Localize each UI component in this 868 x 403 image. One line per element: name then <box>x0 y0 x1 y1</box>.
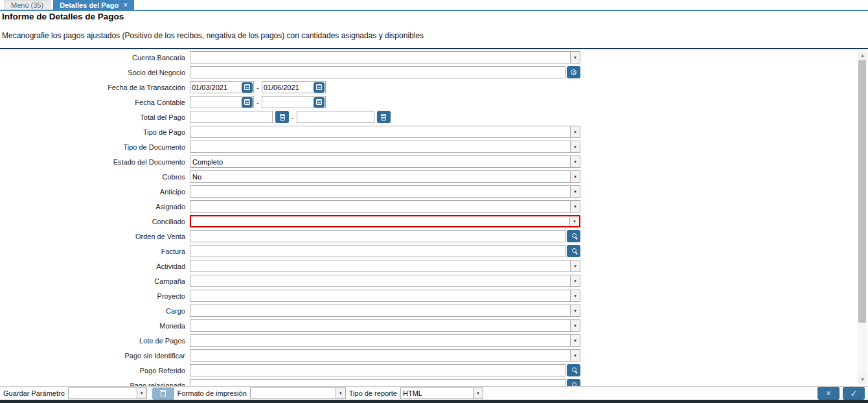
combobox-input[interactable] <box>190 260 570 271</box>
date-field[interactable] <box>190 96 254 108</box>
combobox-input[interactable] <box>190 320 570 331</box>
record-icon <box>571 69 577 75</box>
combobox[interactable]: ▼ <box>190 275 580 287</box>
search-button[interactable] <box>567 379 580 386</box>
delete-parameter-button[interactable] <box>152 387 174 400</box>
search-button[interactable] <box>567 245 580 257</box>
chevron-down-icon[interactable]: ▼ <box>570 335 580 346</box>
scrollbar-thumb[interactable] <box>858 60 866 323</box>
combobox[interactable]: ▼ <box>190 200 580 213</box>
date-field[interactable] <box>262 81 326 93</box>
record-lookup-button[interactable] <box>567 66 580 78</box>
chevron-down-icon[interactable]: ▼ <box>473 388 483 398</box>
report-type-input[interactable] <box>401 388 473 398</box>
field-controls: ▼ <box>190 155 580 168</box>
vertical-scrollbar[interactable]: ▲ ▼ <box>858 51 867 385</box>
lookup-input[interactable] <box>190 66 565 78</box>
date-field[interactable] <box>190 81 254 93</box>
print-format-input[interactable] <box>251 388 336 398</box>
chevron-down-icon[interactable]: ▼ <box>570 186 580 197</box>
save-parameter-input[interactable] <box>69 388 137 398</box>
scroll-up-icon[interactable]: ▲ <box>858 51 867 60</box>
amount-input[interactable] <box>190 111 273 123</box>
chevron-down-icon[interactable]: ▼ <box>570 320 580 331</box>
chevron-down-icon[interactable]: ▼ <box>336 388 345 398</box>
combobox-input[interactable] <box>190 171 570 182</box>
combobox[interactable]: ▼ <box>190 185 580 198</box>
chevron-down-icon[interactable]: ▼ <box>137 388 146 398</box>
combobox-input[interactable] <box>190 52 570 63</box>
chevron-down-icon[interactable]: ▼ <box>570 156 580 167</box>
combobox[interactable]: ▼ <box>190 260 580 272</box>
combobox[interactable]: ▼ <box>190 141 580 153</box>
date-input[interactable] <box>190 84 242 91</box>
calendar-button[interactable] <box>314 97 325 108</box>
scroll-down-icon[interactable]: ▼ <box>858 374 867 384</box>
combobox-input[interactable] <box>191 216 569 226</box>
lookup-input[interactable] <box>190 230 565 242</box>
save-parameter-combobox[interactable]: ▼ <box>68 387 147 399</box>
combobox[interactable]: ▼ <box>190 334 580 347</box>
combobox-input[interactable] <box>190 275 570 286</box>
date-input[interactable] <box>262 84 314 91</box>
chevron-down-icon[interactable]: ▼ <box>570 141 580 152</box>
calendar-button[interactable] <box>242 82 253 93</box>
calendar-button[interactable] <box>242 97 253 108</box>
combobox-input[interactable] <box>190 126 570 137</box>
calendar-button[interactable] <box>314 82 325 93</box>
lookup-input[interactable] <box>190 364 565 376</box>
field-controls: ▼ <box>190 349 580 362</box>
combobox[interactable]: ▼ <box>190 51 580 63</box>
tab-detalles-del-pago[interactable]: Detalles del Pago × <box>53 0 134 10</box>
form-row: Anticipo▼ <box>0 184 855 199</box>
date-field[interactable] <box>262 96 326 108</box>
field-controls: ▼ <box>190 319 580 332</box>
ok-button[interactable]: ✓ <box>843 387 865 400</box>
combobox[interactable]: ▼ <box>190 290 580 302</box>
chevron-down-icon[interactable]: ▼ <box>570 275 580 286</box>
chevron-down-icon[interactable]: ▼ <box>570 260 580 271</box>
amount-input[interactable] <box>297 111 374 123</box>
combobox[interactable]: ▼ <box>190 305 580 317</box>
chevron-down-icon[interactable]: ▼ <box>570 290 580 301</box>
combobox-input[interactable] <box>190 305 570 316</box>
field-label: Lote de Pagos <box>0 337 190 345</box>
close-icon[interactable]: × <box>123 2 128 8</box>
date-input[interactable] <box>190 98 242 106</box>
tab-bar: Menú (35) Detalles del Pago × <box>0 0 868 11</box>
chevron-down-icon[interactable]: ▼ <box>570 201 580 212</box>
chevron-down-icon[interactable]: ▼ <box>570 350 580 361</box>
chevron-down-icon[interactable]: ▼ <box>570 126 580 137</box>
combobox[interactable]: ▼ <box>190 155 580 168</box>
calculator-button[interactable] <box>377 111 391 123</box>
combobox[interactable]: ▼ <box>190 349 580 362</box>
form-row: Tipo de Pago▼ <box>0 124 855 139</box>
chevron-down-icon[interactable]: ▼ <box>570 305 580 316</box>
combobox-input[interactable] <box>190 141 570 152</box>
combobox-input[interactable] <box>190 290 570 301</box>
combobox[interactable]: ▼ <box>190 215 580 227</box>
cancel-button[interactable]: × <box>817 387 839 400</box>
combobox-input[interactable] <box>190 350 570 361</box>
chevron-down-icon[interactable]: ▼ <box>570 171 580 182</box>
search-button[interactable] <box>567 364 580 376</box>
calculator-button[interactable] <box>275 111 289 123</box>
chevron-down-icon[interactable]: ▼ <box>569 216 579 226</box>
combobox-input[interactable] <box>190 335 570 346</box>
combobox[interactable]: ▼ <box>190 319 580 332</box>
lookup-input[interactable] <box>190 245 565 257</box>
combobox[interactable]: ▼ <box>190 170 580 183</box>
print-format-combobox[interactable]: ▼ <box>250 387 346 399</box>
field-controls: ▼ <box>190 290 580 302</box>
search-button[interactable] <box>567 230 580 242</box>
form-row: Actividad▼ <box>0 259 855 273</box>
report-type-combobox[interactable]: ▼ <box>400 387 483 399</box>
lookup-input[interactable] <box>190 379 565 386</box>
combobox-input[interactable] <box>190 156 570 167</box>
combobox[interactable]: ▼ <box>190 126 580 138</box>
tab-menu[interactable]: Menú (35) <box>4 0 51 10</box>
combobox-input[interactable] <box>190 186 570 197</box>
chevron-down-icon[interactable]: ▼ <box>570 52 580 63</box>
date-input[interactable] <box>262 98 314 106</box>
combobox-input[interactable] <box>190 201 570 212</box>
